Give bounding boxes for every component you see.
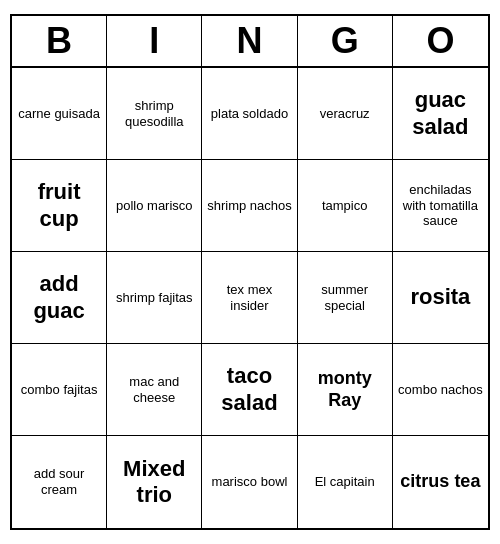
cell-text: pollo marisco — [116, 198, 193, 214]
bingo-grid: carne guisadashrimp quesodillaplata sold… — [12, 68, 488, 528]
bingo-cell: carne guisada — [12, 68, 107, 160]
header-letter: B — [12, 16, 107, 66]
bingo-cell: shrimp quesodilla — [107, 68, 202, 160]
header-letter: I — [107, 16, 202, 66]
bingo-header: BINGO — [12, 16, 488, 68]
cell-text: add sour cream — [16, 466, 102, 497]
cell-text: fruit cup — [16, 179, 102, 232]
bingo-cell: pollo marisco — [107, 160, 202, 252]
bingo-cell: rosita — [393, 252, 488, 344]
bingo-cell: citrus tea — [393, 436, 488, 528]
cell-text: taco salad — [206, 363, 292, 416]
cell-text: add guac — [16, 271, 102, 324]
cell-text: enchiladas with tomatilla sauce — [397, 182, 484, 229]
bingo-cell: taco salad — [202, 344, 297, 436]
cell-text: guac salad — [397, 87, 484, 140]
bingo-cell: shrimp fajitas — [107, 252, 202, 344]
cell-text: carne guisada — [18, 106, 100, 122]
cell-text: rosita — [410, 284, 470, 310]
bingo-cell: add guac — [12, 252, 107, 344]
bingo-cell: combo nachos — [393, 344, 488, 436]
cell-text: plata soldado — [211, 106, 288, 122]
bingo-card: BINGO carne guisadashrimp quesodillaplat… — [10, 14, 490, 530]
bingo-cell: tex mex insider — [202, 252, 297, 344]
cell-text: tex mex insider — [206, 282, 292, 313]
bingo-cell: guac salad — [393, 68, 488, 160]
cell-text: monty Ray — [302, 368, 388, 411]
bingo-cell: veracruz — [298, 68, 393, 160]
cell-text: citrus tea — [400, 471, 480, 493]
bingo-cell: plata soldado — [202, 68, 297, 160]
bingo-cell: fruit cup — [12, 160, 107, 252]
cell-text: veracruz — [320, 106, 370, 122]
bingo-cell: summer special — [298, 252, 393, 344]
cell-text: combo nachos — [398, 382, 483, 398]
cell-text: combo fajitas — [21, 382, 98, 398]
bingo-cell: add sour cream — [12, 436, 107, 528]
cell-text: marisco bowl — [212, 474, 288, 490]
cell-text: shrimp quesodilla — [111, 98, 197, 129]
cell-text: mac and cheese — [111, 374, 197, 405]
cell-text: shrimp fajitas — [116, 290, 193, 306]
bingo-cell: shrimp nachos — [202, 160, 297, 252]
cell-text: El capitain — [315, 474, 375, 490]
bingo-cell: tampico — [298, 160, 393, 252]
header-letter: O — [393, 16, 488, 66]
header-letter: N — [202, 16, 297, 66]
bingo-cell: marisco bowl — [202, 436, 297, 528]
bingo-cell: combo fajitas — [12, 344, 107, 436]
bingo-cell: enchiladas with tomatilla sauce — [393, 160, 488, 252]
bingo-cell: monty Ray — [298, 344, 393, 436]
bingo-cell: El capitain — [298, 436, 393, 528]
cell-text: shrimp nachos — [207, 198, 292, 214]
bingo-cell: mac and cheese — [107, 344, 202, 436]
cell-text: tampico — [322, 198, 368, 214]
cell-text: summer special — [302, 282, 388, 313]
cell-text: Mixed trio — [111, 456, 197, 509]
header-letter: G — [298, 16, 393, 66]
bingo-cell: Mixed trio — [107, 436, 202, 528]
